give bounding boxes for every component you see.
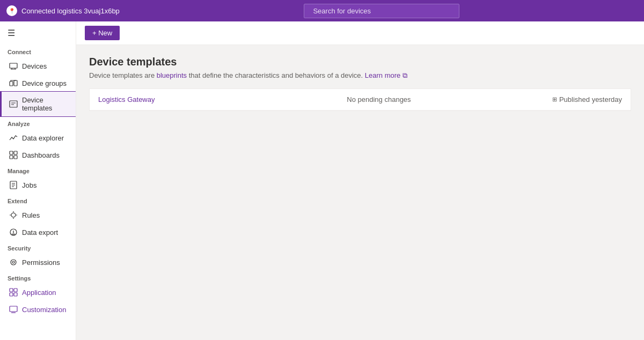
sidebar-item-application-label: Application — [22, 289, 56, 297]
sidebar-item-rules[interactable]: Rules — [0, 206, 76, 224]
sidebar-item-customization[interactable]: Customization — [0, 301, 76, 318]
svg-rect-13 — [10, 289, 13, 292]
template-published: ⊞ Published yesterday — [552, 95, 622, 104]
search-container — [304, 4, 459, 18]
sidebar-item-dashboards[interactable]: Dashboards — [0, 146, 76, 164]
description-middle: that define the characteristics and beha… — [187, 71, 363, 79]
svg-rect-17 — [10, 306, 17, 312]
connect-section-label: Connect — [0, 45, 76, 57]
customization-icon — [9, 305, 18, 314]
svg-rect-4 — [10, 151, 13, 154]
svg-point-9 — [11, 213, 16, 217]
page-title: Device templates — [89, 56, 631, 68]
sidebar-item-device-templates-label: Device templates — [22, 96, 68, 112]
analyze-section-label: Analyze — [0, 116, 76, 129]
svg-rect-14 — [14, 289, 17, 292]
app-logo: 📍 Connected logistics 3vuaj1x6bp — [6, 5, 120, 16]
content-area: + New Device templates Device templates … — [76, 21, 644, 340]
template-status: No pending changes — [206, 95, 552, 104]
sidebar-item-data-explorer-label: Data explorer — [22, 134, 64, 142]
svg-rect-3 — [10, 101, 17, 107]
search-input[interactable] — [304, 4, 459, 18]
new-button[interactable]: + New — [85, 26, 120, 40]
svg-rect-2 — [14, 80, 17, 86]
svg-rect-7 — [14, 156, 17, 159]
svg-rect-15 — [10, 293, 13, 296]
learn-more-link[interactable]: Learn more ⧉ — [365, 71, 407, 79]
sidebar-item-rules-label: Rules — [22, 211, 40, 219]
sidebar-item-customization-label: Customization — [22, 306, 66, 314]
sidebar-item-application[interactable]: Application — [0, 284, 76, 301]
sidebar-item-device-groups-label: Device groups — [22, 79, 67, 87]
sidebar-item-devices[interactable]: Devices — [0, 57, 76, 75]
extend-section-label: Extend — [0, 194, 76, 206]
sidebar-item-permissions-label: Permissions — [22, 258, 60, 267]
table-row[interactable]: Logistics Gateway No pending changes ⊞ P… — [90, 89, 631, 110]
sidebar-item-dashboards-label: Dashboards — [22, 151, 60, 159]
hamburger-button[interactable]: ☰ — [0, 21, 76, 45]
sidebar-item-device-templates[interactable]: Device templates — [0, 92, 76, 116]
main-layout: ☰ Connect Devices Device groups Device t… — [0, 21, 644, 340]
pin-icon: 📍 — [6, 5, 17, 16]
sidebar-item-data-export[interactable]: Data export — [0, 224, 76, 241]
dashboards-icon — [9, 151, 18, 159]
application-icon — [9, 288, 18, 297]
svg-rect-6 — [10, 156, 13, 159]
topbar: 📍 Connected logistics 3vuaj1x6bp — [0, 0, 644, 21]
jobs-icon — [9, 181, 18, 189]
svg-rect-16 — [14, 293, 17, 296]
sidebar-item-jobs-label: Jobs — [22, 181, 36, 189]
svg-point-12 — [12, 261, 14, 263]
published-icon: ⊞ — [552, 96, 557, 103]
permissions-icon — [9, 258, 18, 267]
svg-point-11 — [11, 260, 16, 265]
device-groups-icon — [9, 79, 18, 87]
template-name: Logistics Gateway — [98, 95, 206, 104]
rules-icon — [9, 211, 18, 219]
manage-section-label: Manage — [0, 164, 76, 176]
svg-rect-1 — [10, 82, 13, 86]
device-templates-icon — [9, 100, 18, 108]
page-content: Device templates Device templates are bl… — [76, 45, 644, 340]
data-export-icon — [9, 228, 18, 236]
template-list: Logistics Gateway No pending changes ⊞ P… — [89, 88, 631, 111]
security-section-label: Security — [0, 241, 76, 254]
svg-rect-5 — [14, 151, 17, 154]
description-blueprint: blueprints — [157, 71, 187, 79]
sidebar-item-devices-label: Devices — [22, 62, 47, 70]
toolbar: + New — [76, 21, 644, 45]
data-explorer-icon — [9, 134, 18, 142]
svg-rect-0 — [10, 63, 17, 68]
app-title: Connected logistics 3vuaj1x6bp — [21, 7, 120, 15]
settings-section-label: Settings — [0, 271, 76, 284]
sidebar: ☰ Connect Devices Device groups Device t… — [0, 21, 76, 340]
devices-icon — [9, 62, 18, 70]
sidebar-item-jobs[interactable]: Jobs — [0, 176, 76, 194]
description-prefix: Device templates are — [89, 71, 157, 79]
sidebar-item-permissions[interactable]: Permissions — [0, 254, 76, 271]
sidebar-item-data-export-label: Data export — [22, 228, 58, 236]
sidebar-item-device-groups[interactable]: Device groups — [0, 75, 76, 92]
published-label: Published yesterday — [559, 95, 622, 104]
page-description: Device templates are blueprints that def… — [89, 71, 631, 80]
external-link-icon: ⧉ — [402, 71, 407, 79]
sidebar-item-data-explorer[interactable]: Data explorer — [0, 129, 76, 146]
